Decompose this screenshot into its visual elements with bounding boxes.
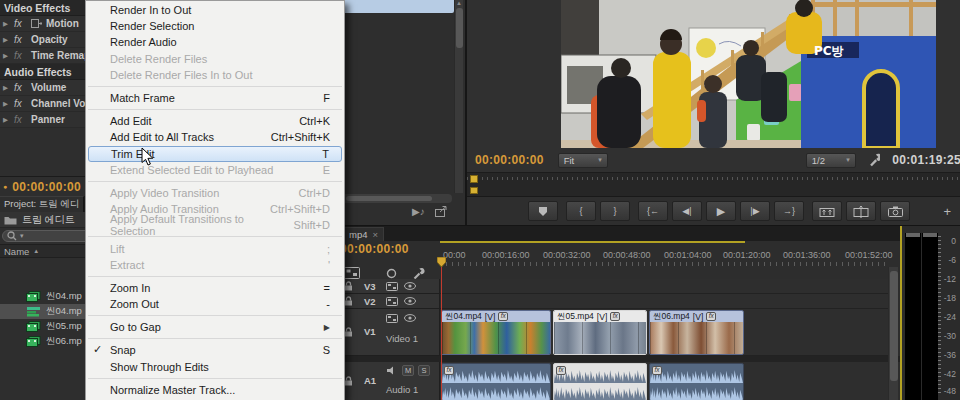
monitor-seek-bar[interactable]	[467, 172, 960, 196]
track-label: A1	[364, 375, 376, 386]
sequence-settings-icon[interactable]	[344, 267, 360, 279]
item-label: 씬04.mp	[46, 305, 82, 318]
lock-icon[interactable]	[344, 327, 353, 337]
playhead-caret[interactable]	[437, 257, 446, 267]
menu-item-add-edit-to-all-tracks[interactable]: Add Edit to All TracksCtrl+Shift+K	[86, 129, 344, 145]
close-icon[interactable]: ×	[372, 229, 378, 240]
horizontal-scrollbar[interactable]	[342, 194, 452, 203]
solo-button[interactable]: S	[418, 365, 430, 376]
effect-controls-timecode[interactable]: 00:00:00:00	[12, 180, 81, 194]
menu-separator	[86, 178, 344, 185]
mark-out-icon: }	[613, 206, 616, 216]
transport-controls: { } {← ◀| ▶ |▶ →} +	[467, 196, 960, 225]
fx-icon: fx	[14, 34, 27, 45]
step-back-button[interactable]: ◀|	[672, 201, 702, 221]
play-button[interactable]: ▶	[706, 201, 736, 221]
timeline-timecode[interactable]: 00:00:00:00	[340, 242, 409, 256]
disclosure-icon[interactable]: ▶	[3, 84, 10, 92]
disclosure-icon[interactable]: ▶	[3, 52, 10, 60]
resolution-value: 1/2	[812, 155, 825, 166]
zoom-level-dropdown[interactable]: Fit ▾	[558, 153, 608, 168]
go-to-out-button[interactable]: →}	[774, 201, 804, 221]
audio-clip-2[interactable]: fx	[553, 363, 647, 400]
speaker-icon[interactable]	[386, 366, 397, 375]
track-name[interactable]: Audio 1	[386, 384, 418, 395]
menu-item-match-frame[interactable]: Match FrameF	[86, 90, 344, 106]
mark-out-button[interactable]: }	[600, 201, 630, 221]
menu-separator	[86, 83, 344, 90]
sequence-context-menu: Render In to Out Render Selection Render…	[85, 0, 345, 400]
mark-in-button[interactable]: {	[566, 201, 596, 221]
timeline-vertical-scrollbar[interactable]	[888, 267, 898, 400]
fx-badge-icon: fx	[610, 312, 620, 321]
disclosure-icon[interactable]: ▶	[3, 36, 10, 44]
audio-clip-3[interactable]: fx	[649, 363, 744, 400]
settings-wrench-icon[interactable]	[868, 153, 880, 167]
ruler-label: 00:00	[443, 250, 466, 260]
track-content-v2[interactable]	[440, 294, 888, 309]
display-style-icon[interactable]	[386, 314, 398, 323]
eye-icon[interactable]	[404, 314, 416, 322]
go-to-in-button[interactable]: {←	[638, 201, 668, 221]
extract-button[interactable]	[846, 201, 876, 221]
search-filter-dropdown-icon[interactable]: ▾	[20, 232, 24, 240]
meter-tick-label: -12	[936, 274, 956, 284]
button-editor-plus[interactable]: +	[943, 204, 951, 219]
item-label: 씬04.mp	[46, 290, 82, 303]
lift-button[interactable]	[812, 201, 842, 221]
monitor-playhead[interactable]	[470, 175, 478, 183]
menu-item-render-selection[interactable]: Render Selection	[86, 18, 344, 34]
sequence-icon	[26, 306, 41, 317]
audio-clip-1[interactable]: fx	[441, 363, 551, 400]
disclosure-icon[interactable]: ▶	[3, 100, 10, 108]
export-frame-button[interactable]	[880, 201, 910, 221]
eye-icon[interactable]	[404, 282, 416, 290]
lock-icon[interactable]	[344, 281, 353, 291]
play-audio-icon[interactable]: ▶♪	[412, 206, 425, 217]
menu-item-render-audio[interactable]: Render Audio	[86, 34, 344, 50]
lock-icon[interactable]	[344, 376, 353, 386]
meter-tick-label: -42	[936, 369, 956, 379]
video-clip-2[interactable]: 씬05.mp4 [V] fx	[553, 310, 647, 355]
menu-item-render-in-to-out[interactable]: Render In to Out	[86, 2, 344, 18]
menu-item-show-through-edits[interactable]: Show Through Edits	[86, 359, 344, 375]
meter-tick-label: -48	[936, 386, 956, 396]
video-clip-3[interactable]: 씬06.mp4 [V] fx	[649, 310, 744, 355]
playback-resolution-dropdown[interactable]: 1/2 ▾	[806, 153, 856, 168]
track-content-v3[interactable]	[440, 279, 888, 294]
menu-item-add-edit[interactable]: Add EditCtrl+K	[86, 113, 344, 129]
marker-menu-icon[interactable]	[386, 268, 397, 279]
display-style-icon[interactable]	[386, 282, 398, 291]
playhead-line[interactable]	[441, 267, 442, 400]
tab-project[interactable]: Project: 트림 에디	[0, 196, 84, 212]
waveform	[554, 385, 646, 400]
vertical-scrollbar[interactable]: ▲	[454, 0, 463, 193]
add-marker-button[interactable]	[528, 201, 558, 221]
monitor-work-area-handle[interactable]	[470, 187, 478, 194]
display-style-icon[interactable]	[386, 297, 398, 306]
disclosure-icon[interactable]: ▶	[3, 116, 10, 124]
ruler-label: 00:01:20:00	[723, 250, 771, 260]
waveform	[650, 385, 743, 400]
mute-button[interactable]: M	[402, 365, 414, 376]
work-area-bar[interactable]	[440, 241, 745, 243]
scroll-up-icon[interactable]: ▲	[455, 0, 463, 6]
track-name[interactable]: Video 1	[386, 333, 418, 344]
disclosure-icon[interactable]: ▶	[3, 20, 10, 28]
export-icon[interactable]	[435, 206, 448, 217]
clip-label: 씬05.mp4	[557, 311, 594, 322]
menu-item-snap[interactable]: ✓SnapS	[86, 342, 344, 358]
tab-sequence[interactable]: mp4 ×	[343, 227, 384, 241]
menu-item-label: Snap	[110, 344, 136, 356]
menu-item-normalize-master-track[interactable]: Normalize Master Track...	[86, 382, 344, 398]
video-clip-1[interactable]: 씬04.mp4 [V] fx	[441, 310, 551, 355]
menu-item-zoom-in[interactable]: Zoom In=	[86, 280, 344, 296]
lock-icon[interactable]	[344, 296, 353, 306]
menu-item-trim-edit[interactable]: Trim EditT	[88, 146, 342, 162]
track-label: V2	[364, 296, 376, 307]
menu-item-zoom-out[interactable]: Zoom Out-	[86, 296, 344, 312]
step-forward-button[interactable]: |▶	[740, 201, 770, 221]
eye-icon[interactable]	[404, 297, 416, 305]
menu-item-go-to-gap[interactable]: Go to Gap▶	[86, 319, 344, 335]
monitor-current-timecode[interactable]: 00:00:00:00	[475, 153, 544, 167]
